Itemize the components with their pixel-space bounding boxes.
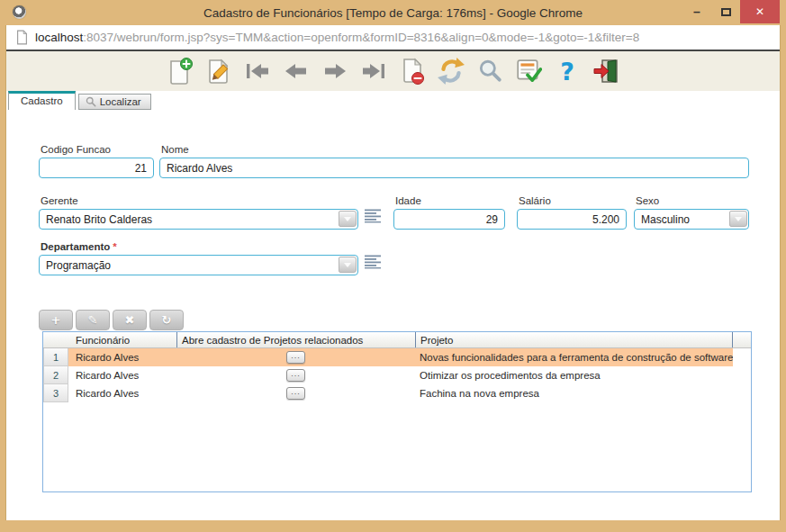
grid-delete-button[interactable]: ✖	[113, 310, 147, 330]
url-text[interactable]: localhost:8037/webrun/form.jsp?sys=TMM&a…	[35, 31, 639, 44]
tab-localizar[interactable]: Localizar	[78, 94, 151, 110]
browser-app-area: localhost:8037/webrun/form.jsp?sys=TMM&a…	[5, 25, 781, 520]
sexo-combo[interactable]	[634, 209, 749, 230]
cell-projeto: Otimizar os procedimentos da empresa	[415, 366, 733, 384]
url-path: :8037/webrun/form.jsp?sys=TMM&action=ope…	[83, 31, 639, 44]
edit-record-icon[interactable]	[203, 55, 234, 87]
cell-projeto: Fachina na nova empresa	[415, 384, 733, 402]
grid-header-abre-cadastro[interactable]: Abre cadastro de Projetos relacionados	[176, 332, 415, 347]
cell-abre-cadastro: ...	[176, 366, 415, 384]
chrome-window: Cadastro de Funcionários [Tempo de Carga…	[0, 0, 786, 532]
url-bar[interactable]: localhost:8037/webrun/form.jsp?sys=TMM&a…	[6, 25, 780, 51]
help-icon[interactable]: ?	[552, 55, 583, 87]
open-projects-button[interactable]: ...	[286, 387, 305, 400]
departamento-dropdown-button[interactable]	[339, 257, 357, 273]
cell-funcionario: Ricardo Alves	[68, 348, 176, 366]
table-row[interactable]: 2 Ricardo Alves ... Otimizar os procedim…	[43, 366, 751, 384]
window-controls: – ✕	[682, 0, 780, 23]
salario-label: Salário	[519, 195, 551, 206]
open-projects-button[interactable]: ...	[286, 351, 305, 364]
main-toolbar: ?	[6, 51, 780, 91]
row-number: 3	[43, 384, 68, 402]
new-record-icon[interactable]	[165, 55, 195, 87]
url-host: localhost	[35, 31, 83, 44]
salario-field[interactable]	[517, 209, 627, 230]
chevron-down-icon	[735, 217, 742, 221]
table-row[interactable]: 1 Ricardo Alves ... Novas funcionalidade…	[43, 348, 751, 366]
minimize-button[interactable]: –	[682, 2, 711, 22]
idade-field[interactable]	[393, 209, 505, 230]
open-projects-button[interactable]: ...	[286, 369, 305, 382]
gerente-combo[interactable]	[39, 209, 358, 230]
departamento-combo[interactable]	[39, 255, 358, 275]
cell-funcionario: Ricardo Alves	[68, 384, 176, 402]
previous-record-icon[interactable]	[281, 55, 312, 87]
table-row[interactable]: 3 Ricardo Alves ... Fachina na nova empr…	[43, 384, 751, 402]
cell-abre-cadastro: ...	[176, 384, 415, 402]
codigo-funcao-label: Codigo Funcao	[41, 144, 111, 155]
grid-header-funcionario[interactable]: Funcionário	[68, 332, 176, 347]
close-button[interactable]: ✕	[740, 0, 780, 23]
required-asterisk: *	[113, 241, 116, 252]
departamento-lookup-icon[interactable]	[364, 255, 382, 269]
window-title: Cadastro de Funcionários [Tempo de Carga…	[0, 6, 786, 20]
departamento-label: Departamento*	[41, 241, 117, 252]
tab-cadastro[interactable]: Cadastro	[8, 91, 76, 110]
refresh-icon[interactable]	[436, 55, 466, 87]
next-record-icon[interactable]	[320, 55, 350, 87]
chrome-icon	[13, 5, 26, 19]
delete-record-icon[interactable]	[397, 55, 428, 87]
cell-abre-cadastro: ...	[176, 348, 415, 366]
gerente-lookup-icon[interactable]	[364, 209, 382, 223]
codigo-funcao-field[interactable]	[39, 158, 154, 178]
tab-strip: Cadastro Localizar	[6, 91, 780, 110]
nome-field[interactable]	[159, 158, 749, 178]
grid-toolbar: + ✎ ✖ ↻	[39, 310, 184, 330]
gerente-label: Gerente	[41, 195, 78, 206]
chevron-down-icon	[344, 263, 351, 267]
maximize-button[interactable]	[711, 0, 740, 23]
idade-label: Idade	[395, 195, 421, 206]
nome-label: Nome	[161, 144, 189, 155]
grid-header-projeto[interactable]: Projeto	[415, 332, 733, 347]
gerente-dropdown-button[interactable]	[339, 211, 357, 227]
row-number: 1	[43, 348, 68, 366]
cell-funcionario: Ricardo Alves	[68, 366, 176, 384]
grid-add-button[interactable]: +	[39, 310, 73, 330]
chevron-down-icon	[344, 217, 351, 221]
tab-cadastro-label: Cadastro	[21, 95, 63, 106]
grid-edit-button[interactable]: ✎	[76, 310, 110, 330]
sexo-dropdown-button[interactable]	[729, 211, 747, 227]
last-record-icon[interactable]	[358, 55, 389, 87]
search-tab-icon	[86, 96, 96, 107]
grid-header-rownum	[43, 332, 68, 347]
cell-projeto: Novas funcionalidades para a ferramenta …	[415, 348, 733, 366]
row-number: 2	[43, 366, 68, 384]
title-bar: Cadastro de Funcionários [Tempo de Carga…	[0, 0, 786, 25]
grid-refresh-button[interactable]: ↻	[149, 310, 184, 330]
sexo-field[interactable]	[635, 210, 727, 229]
form-content: Codigo Funcao Nome Gerente Idade Salário	[6, 110, 780, 520]
grid-header: Funcionário Abre cadastro de Projetos re…	[43, 332, 751, 348]
exit-icon[interactable]	[591, 55, 621, 87]
sexo-label: Sexo	[636, 195, 659, 206]
first-record-icon[interactable]	[242, 55, 273, 87]
projects-grid: Funcionário Abre cadastro de Projetos re…	[42, 331, 752, 492]
search-icon[interactable]	[474, 55, 505, 87]
page-icon	[16, 30, 28, 45]
departamento-field[interactable]	[40, 256, 336, 275]
validate-form-icon[interactable]	[513, 55, 544, 87]
tab-localizar-label: Localizar	[100, 96, 141, 107]
gerente-field[interactable]	[40, 210, 336, 229]
maximize-icon	[721, 8, 731, 16]
